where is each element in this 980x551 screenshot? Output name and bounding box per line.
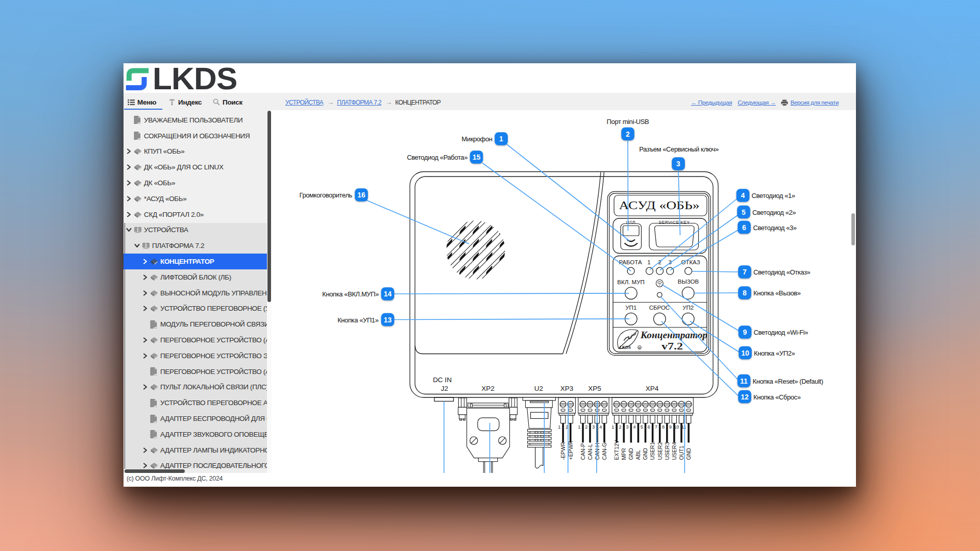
svg-text:GND: GND: [628, 448, 634, 460]
svg-text:1: 1: [499, 135, 503, 143]
svg-text:6: 6: [648, 424, 650, 430]
svg-text:1: 1: [558, 424, 560, 430]
svg-text:2: 2: [619, 424, 621, 430]
svg-text:-EPWR: -EPWR: [560, 442, 566, 460]
svg-text:5: 5: [641, 424, 643, 430]
svg-text:LKDS: LKDS: [619, 345, 631, 350]
svg-text:Светодиод «Работа»: Светодиод «Работа»: [407, 154, 468, 161]
svg-text:3: 3: [592, 424, 595, 430]
svg-text:10: 10: [741, 349, 749, 357]
svg-text:USER4: USER4: [671, 442, 677, 460]
svg-text:4: 4: [633, 424, 636, 430]
svg-text:1: 1: [611, 424, 614, 430]
svg-text:1: 1: [578, 424, 580, 430]
svg-text:9: 9: [743, 328, 747, 336]
svg-text:8: 8: [662, 424, 665, 430]
svg-text:УП1: УП1: [625, 305, 636, 311]
svg-text:3: 3: [626, 424, 628, 430]
svg-text:ВКЛ. МУП: ВКЛ. МУП: [617, 279, 644, 285]
svg-text:4: 4: [599, 424, 602, 430]
svg-text:УП2: УП2: [682, 305, 694, 311]
svg-text:ВЫЗОВ: ВЫЗОВ: [678, 279, 699, 285]
svg-text:Светодиод «1»: Светодиод «1»: [752, 192, 795, 199]
svg-text:Кнопка «УП2»: Кнопка «УП2»: [754, 349, 795, 357]
svg-text:10: 10: [674, 424, 679, 430]
svg-text:12: 12: [741, 393, 749, 401]
svg-text:2: 2: [566, 424, 568, 430]
svg-text:CAN-L: CAN-L: [587, 444, 593, 460]
svg-text:14: 14: [384, 290, 392, 298]
svg-text:2: 2: [585, 424, 587, 430]
svg-text:Порт mini-USB: Порт mini-USB: [607, 118, 649, 126]
svg-text:4: 4: [741, 191, 745, 199]
svg-text:ABL: ABL: [635, 449, 641, 460]
svg-text:Светодиод «3»: Светодиод «3»: [753, 224, 797, 232]
svg-text:Кнопка «УП1»: Кнопка «УП1»: [337, 316, 378, 324]
svg-text:USER3: USER3: [664, 442, 670, 460]
svg-text:Концентратор: Концентратор: [640, 330, 707, 340]
svg-text:Кнопка «ВКЛ.МУП»: Кнопка «ВКЛ.МУП»: [322, 290, 379, 298]
svg-text:АСУД «ОБЬ»: АСУД «ОБЬ»: [619, 199, 700, 212]
svg-text:11: 11: [681, 424, 686, 430]
svg-text:11: 11: [740, 377, 748, 385]
svg-text:7: 7: [655, 424, 657, 430]
svg-text:13: 13: [384, 316, 392, 324]
svg-text:J2: J2: [441, 385, 448, 392]
svg-text:MPR: MPR: [621, 448, 627, 460]
svg-text:16: 16: [357, 191, 365, 199]
svg-text:CAN-P: CAN-P: [580, 443, 586, 460]
svg-text:XP3: XP3: [560, 385, 574, 392]
svg-text:XP2: XP2: [481, 385, 495, 392]
svg-text:USER1: USER1: [649, 442, 655, 460]
svg-text:15: 15: [473, 153, 481, 161]
svg-text:XP4: XP4: [646, 385, 659, 392]
svg-text:7: 7: [743, 268, 747, 276]
svg-text:Кнопка «Сброс»: Кнопка «Сброс»: [753, 393, 801, 401]
svg-text:СБРОС: СБРОС: [649, 305, 670, 311]
svg-text:Разъем «Сервисный ключ»: Разъем «Сервисный ключ»: [639, 145, 719, 153]
svg-text:Светодиод «Отказ»: Светодиод «Отказ»: [753, 268, 811, 276]
svg-text:Светодиод «Wi-Fi»: Светодиод «Wi-Fi»: [754, 329, 808, 336]
svg-text:3: 3: [676, 160, 680, 168]
svg-text:9: 9: [669, 424, 672, 430]
svg-text:GND: GND: [642, 448, 648, 460]
svg-text:1: 1: [647, 259, 650, 265]
svg-text:5: 5: [742, 208, 746, 216]
svg-text:Микрофон: Микрофон: [461, 135, 492, 143]
svg-text:2: 2: [626, 130, 630, 138]
svg-text:v7.2: v7.2: [662, 341, 683, 352]
svg-text:Светодиод «2»: Светодиод «2»: [752, 209, 796, 216]
svg-text:SERVICE KEY: SERVICE KEY: [659, 220, 690, 225]
svg-text:Кнопка «Reset» (Default): Кнопка «Reset» (Default): [753, 378, 823, 385]
svg-text:Кнопка «Вызов»: Кнопка «Вызов»: [753, 289, 801, 297]
svg-text:DC IN: DC IN: [433, 376, 452, 384]
svg-text:XP5: XP5: [588, 385, 601, 392]
svg-text:OUT1: OUT1: [678, 445, 684, 460]
svg-text:U2: U2: [534, 385, 543, 392]
svg-text:CAN-G: CAN-G: [601, 443, 607, 460]
svg-text:EXT12V: EXT12V: [614, 440, 620, 460]
svg-text:USER2: USER2: [657, 442, 663, 460]
svg-text:8: 8: [743, 289, 747, 297]
svg-text:R: R: [639, 346, 641, 349]
svg-text:6: 6: [742, 223, 746, 232]
svg-text:Громкоговоритель: Громкоговоритель: [299, 191, 352, 199]
svg-text:GND: GND: [685, 448, 692, 460]
